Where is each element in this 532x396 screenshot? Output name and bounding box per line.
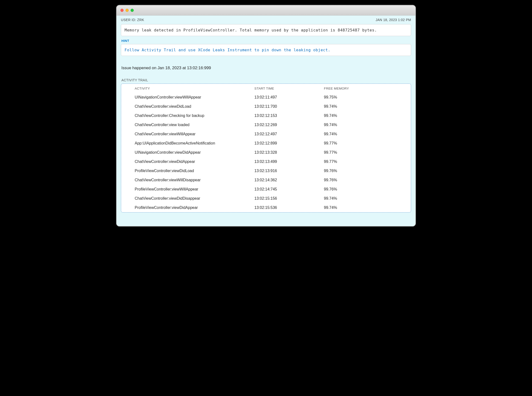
minimize-icon[interactable] xyxy=(126,9,129,12)
table-row: UINavigationController:viewWillAppear13:… xyxy=(121,93,411,102)
cell-start: 13:02:12:497 xyxy=(254,132,324,136)
cell-activity: UINavigationController:viewWillAppear xyxy=(121,95,254,99)
col-header-activity: ACTIVITY xyxy=(121,87,254,90)
cell-start: 13:02:13:916 xyxy=(254,169,324,173)
cell-activity: ProfileViewController:viewDidLoad xyxy=(121,169,254,173)
cell-mem: 99.74% xyxy=(324,123,411,127)
cell-mem: 99.74% xyxy=(324,104,411,109)
table-row: ChatViewController:viewWillAppear13:02:1… xyxy=(121,129,411,139)
table-row: ChatViewController:viewDidLoad13:02:11:7… xyxy=(121,102,411,111)
cell-mem: 99.77% xyxy=(324,150,411,155)
cell-mem: 99.74% xyxy=(324,132,411,136)
cell-activity: UINavigationController:viewDidAppear xyxy=(121,150,254,155)
cell-activity: ChatViewController:viewDidAppear xyxy=(121,160,254,164)
activity-trail-rows: UINavigationController:viewWillAppear13:… xyxy=(121,93,411,212)
cell-activity: ProfileViewController:viewWillAppear xyxy=(121,187,254,191)
cell-activity: ChatViewController:viewDidLoad xyxy=(121,104,254,109)
table-row: ChatViewController:viewDidDisappear13:02… xyxy=(121,194,411,203)
cell-start: 13:02:14:745 xyxy=(254,187,324,191)
cell-start: 13:02:14:362 xyxy=(254,178,324,182)
cell-start: 13:02:11:497 xyxy=(254,95,324,99)
cell-mem: 99.76% xyxy=(324,169,411,173)
cell-activity: ChatViewController:Checking for backup xyxy=(121,114,254,118)
table-row: App:UIApplicationDidBecomeActiveNotifica… xyxy=(121,139,411,148)
cell-start: 13:02:12:153 xyxy=(254,114,324,118)
table-row: ChatViewController:view loaded13:02:12:2… xyxy=(121,120,411,129)
topbar: USER ID: ZRK JAN 18, 2023 1:02 PM xyxy=(117,15,415,23)
app-window: USER ID: ZRK JAN 18, 2023 1:02 PM Memory… xyxy=(116,5,416,227)
table-row: ChatViewController:viewDidAppear13:02:13… xyxy=(121,157,411,166)
cell-activity: ProfileViewController:viewDidAppear xyxy=(121,206,254,210)
activity-trail-panel: ACTIVITY START TIME FREE MEMORY UINaviga… xyxy=(121,84,411,213)
cell-mem: 99.77% xyxy=(324,141,411,145)
cell-mem: 99.76% xyxy=(324,178,411,182)
activity-trail-header: ACTIVITY START TIME FREE MEMORY xyxy=(121,87,411,93)
cell-activity: App:UIApplicationDidBecomeActiveNotifica… xyxy=(121,141,254,145)
timestamp: JAN 18, 2023 1:02 PM xyxy=(376,18,411,22)
close-icon[interactable] xyxy=(120,9,124,12)
table-row: ProfileViewController:viewDidAppear13:02… xyxy=(121,203,411,212)
table-row: ChatViewController:Checking for backup13… xyxy=(121,111,411,120)
cell-mem: 99.77% xyxy=(324,160,411,164)
cell-mem: 99.74% xyxy=(324,114,411,118)
cell-start: 13:02:15:156 xyxy=(254,196,324,201)
cell-start: 13:02:12:899 xyxy=(254,141,324,145)
cell-activity: ChatViewController:viewDidDisappear xyxy=(121,196,254,201)
hint-label: HINT xyxy=(117,38,415,44)
hint-text: Follow Activity Trail and use XCode Leak… xyxy=(121,44,411,56)
cell-activity: ChatViewController:view loaded xyxy=(121,123,254,127)
table-row: ProfileViewController:viewDidLoad13:02:1… xyxy=(121,166,411,175)
col-header-mem: FREE MEMORY xyxy=(324,87,411,90)
cell-start: 13:02:13:328 xyxy=(254,150,324,155)
issue-message: Memory leak detected in ProfileViewContr… xyxy=(121,24,411,36)
cell-mem: 99.75% xyxy=(324,95,411,99)
titlebar xyxy=(117,5,415,15)
cell-mem: 99.74% xyxy=(324,196,411,201)
cell-activity: ChatViewController:viewWillAppear xyxy=(121,132,254,136)
zoom-icon[interactable] xyxy=(131,9,134,12)
cell-mem: 99.74% xyxy=(324,206,411,210)
table-row: ProfileViewController:viewWillAppear13:0… xyxy=(121,185,411,194)
issue-time-line: Issue happened on Jan 18, 2023 at 13:02:… xyxy=(117,58,415,71)
table-row: ChatViewController:viewWillDisappear13:0… xyxy=(121,175,411,185)
cell-start: 13:02:12:269 xyxy=(254,123,324,127)
user-id-label: USER ID: ZRK xyxy=(121,18,144,22)
activity-trail-label: ACTIVITY TRAIL xyxy=(117,71,415,84)
cell-start: 13:02:11:700 xyxy=(254,104,324,109)
cell-start: 13:02:13:499 xyxy=(254,160,324,164)
cell-start: 13:02:15:536 xyxy=(254,206,324,210)
col-header-start: START TIME xyxy=(254,87,324,90)
cell-activity: ChatViewController:viewWillDisappear xyxy=(121,178,254,182)
content-pane: USER ID: ZRK JAN 18, 2023 1:02 PM Memory… xyxy=(117,15,415,226)
cell-mem: 99.76% xyxy=(324,187,411,191)
table-row: UINavigationController:viewDidAppear13:0… xyxy=(121,148,411,157)
